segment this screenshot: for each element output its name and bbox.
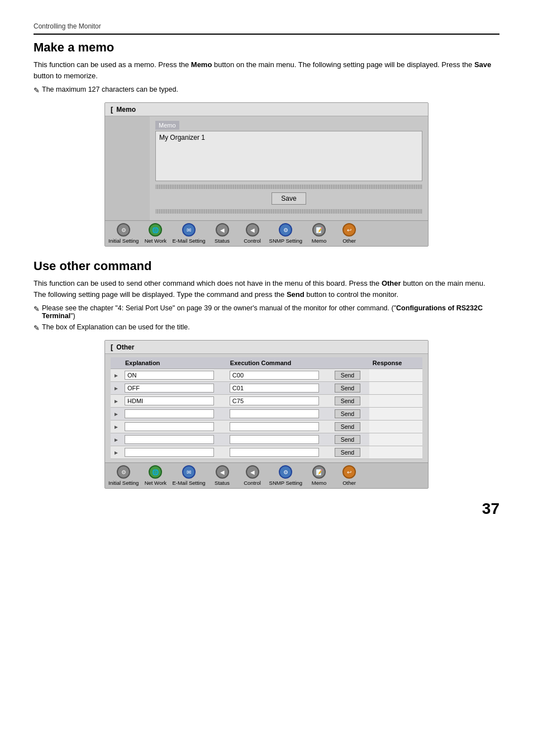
explanation-input-6[interactable] (125, 448, 214, 457)
command-input-2[interactable] (230, 396, 319, 405)
explanation-input-4[interactable] (125, 422, 214, 431)
other-titlebar: [ Other (105, 341, 428, 354)
other-nav-item-snmp[interactable]: ⚙ SNMP Setting (269, 465, 303, 486)
send-cell-5[interactable]: Send (332, 433, 369, 446)
memo-ui-title: Memo (116, 106, 136, 114)
other-nav-item-initial[interactable]: ⚙ Initial Setting (108, 465, 139, 486)
page-number-container: 37 (34, 500, 499, 518)
nav-item-initial-setting[interactable]: ⚙ Initial Setting (108, 223, 139, 244)
send-button-2[interactable]: Send (335, 396, 361, 405)
row-arrow-0: ► (111, 369, 122, 382)
other-nav-item-memo[interactable]: 📝 Memo (306, 465, 332, 486)
other-nav-icon-email: ✉ (182, 465, 196, 479)
col-explanation-header: Explanation (122, 357, 227, 369)
nav-icon-control: ◀ (246, 223, 259, 237)
send-button-3[interactable]: Send (335, 409, 361, 418)
command-input-1[interactable] (230, 384, 319, 393)
other-nav-item-email[interactable]: ✉ E-Mail Setting (172, 465, 205, 486)
explanation-input-5[interactable] (125, 435, 214, 444)
table-row: ► Send (111, 420, 422, 433)
other-nav-icon-memo: 📝 (312, 465, 326, 479)
response-cell-0 (369, 369, 422, 382)
other-table: Explanation Execution Command Response ►… (111, 357, 422, 459)
command-cell-1[interactable] (227, 382, 332, 395)
command-cell-2[interactable] (227, 395, 332, 408)
table-row: ► Send (111, 369, 422, 382)
explanation-input-3[interactable] (125, 409, 214, 418)
nav-icon-network: 🌐 (149, 223, 162, 237)
command-cell-0[interactable] (227, 369, 332, 382)
nav-item-snmp[interactable]: ⚙ SNMP Setting (269, 223, 303, 244)
memo-content-area: Memo My Organizer 1 Save (105, 116, 428, 220)
other-nav-icon-control: ◀ (246, 465, 259, 479)
command-input-3[interactable] (230, 409, 319, 418)
explanation-cell-0[interactable] (122, 369, 227, 382)
memo-field-label: Memo (155, 121, 179, 130)
other-ui-title: Other (116, 343, 134, 351)
other-nav-item-network[interactable]: 🌐 Net Work (142, 465, 169, 486)
send-button-0[interactable]: Send (335, 371, 361, 380)
explanation-cell-2[interactable] (122, 395, 227, 408)
explanation-input-2[interactable] (125, 396, 214, 405)
explanation-cell-6[interactable] (122, 446, 227, 459)
page-number: 37 (482, 500, 499, 518)
send-cell-4[interactable]: Send (332, 420, 369, 433)
command-input-6[interactable] (230, 448, 319, 457)
other-nav-icon-network: 🌐 (149, 465, 162, 479)
command-input-5[interactable] (230, 435, 319, 444)
other-nav-icon-initial: ⚙ (117, 465, 130, 479)
memo-striped-bar-2 (155, 209, 422, 214)
col-send-header (332, 357, 369, 369)
command-cell-6[interactable] (227, 446, 332, 459)
send-cell-3[interactable]: Send (332, 408, 369, 420)
nav-item-other[interactable]: ↩ Other (336, 223, 363, 244)
note-icon-other1: ✎ (34, 305, 40, 313)
nav-item-memo[interactable]: 📝 Memo (306, 223, 332, 244)
row-arrow-5: ► (111, 433, 122, 446)
nav-icon-status: ◀ (216, 223, 229, 237)
response-cell-1 (369, 382, 422, 395)
nav-item-control[interactable]: ◀ Control (239, 223, 266, 244)
other-nav-icon-status: ◀ (216, 465, 229, 479)
memo-form: Memo My Organizer 1 Save (150, 116, 428, 220)
explanation-input-1[interactable] (125, 384, 214, 393)
memo-main-area: Memo My Organizer 1 Save (150, 116, 428, 220)
explanation-cell-1[interactable] (122, 382, 227, 395)
response-cell-3 (369, 408, 422, 420)
memo-save-row: Save (155, 192, 422, 205)
send-button-4[interactable]: Send (335, 422, 361, 431)
command-cell-3[interactable] (227, 408, 332, 420)
response-cell-4 (369, 420, 422, 433)
response-cell-2 (369, 395, 422, 408)
other-nav-item-other[interactable]: ↩ Other (336, 465, 363, 486)
send-cell-6[interactable]: Send (332, 446, 369, 459)
other-nav-item-control[interactable]: ◀ Control (239, 465, 266, 486)
nav-item-email[interactable]: ✉ E-Mail Setting (172, 223, 205, 244)
other-section-body: This function can be used to send other … (34, 278, 499, 300)
explanation-cell-5[interactable] (122, 433, 227, 446)
note-icon-other2: ✎ (34, 324, 40, 332)
memo-left-sidebar (105, 116, 150, 220)
nav-icon-initial: ⚙ (117, 223, 130, 237)
nav-item-status[interactable]: ◀ Status (209, 223, 236, 244)
command-cell-4[interactable] (227, 420, 332, 433)
other-nav-item-status[interactable]: ◀ Status (209, 465, 236, 486)
nav-item-network[interactable]: 🌐 Net Work (142, 223, 169, 244)
send-button-5[interactable]: Send (335, 435, 361, 444)
explanation-cell-4[interactable] (122, 420, 227, 433)
command-input-0[interactable] (230, 371, 319, 380)
other-nav-icon-snmp: ⚙ (279, 465, 292, 479)
memo-textarea[interactable]: My Organizer 1 (155, 131, 422, 181)
row-arrow-2: ► (111, 395, 122, 408)
explanation-input-0[interactable] (125, 371, 214, 380)
send-cell-1[interactable]: Send (332, 382, 369, 395)
send-button-1[interactable]: Send (335, 384, 361, 393)
send-cell-2[interactable]: Send (332, 395, 369, 408)
send-cell-0[interactable]: Send (332, 369, 369, 382)
other-section: Use other command This function can be u… (34, 259, 499, 332)
send-button-6[interactable]: Send (335, 448, 361, 457)
command-input-4[interactable] (230, 422, 319, 431)
explanation-cell-3[interactable] (122, 408, 227, 420)
memo-save-button[interactable]: Save (272, 192, 306, 205)
command-cell-5[interactable] (227, 433, 332, 446)
